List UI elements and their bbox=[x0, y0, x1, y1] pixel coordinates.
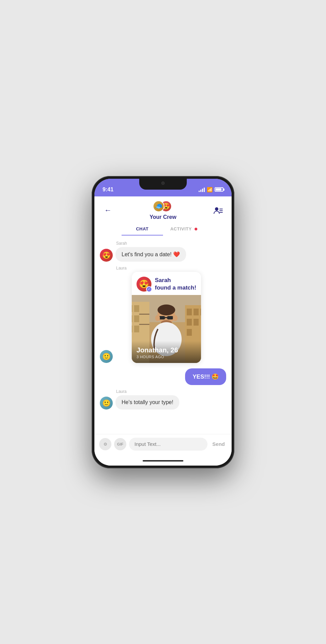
status-icons: 📶 bbox=[199, 187, 223, 192]
crew-avatars: 🧢 😍 bbox=[153, 201, 173, 213]
avatar-laura-2: 🙂 bbox=[100, 397, 113, 410]
wifi-icon: 📶 bbox=[207, 187, 213, 192]
svg-rect-12 bbox=[134, 315, 139, 322]
sender-name-laura-1: Laura bbox=[116, 266, 226, 271]
svg-point-32 bbox=[158, 304, 175, 315]
svg-rect-28 bbox=[165, 317, 167, 318]
message-row-match: 🙂 😍 ✓ Sarahf bbox=[100, 272, 226, 363]
back-arrow-icon: ← bbox=[104, 206, 112, 215]
svg-point-0 bbox=[215, 207, 218, 211]
message-row-sarah: 😍 Let's find you a date! ❤️ bbox=[100, 247, 226, 262]
svg-rect-23 bbox=[194, 319, 199, 326]
camera-notch bbox=[161, 181, 165, 185]
crew-title: Your Crew bbox=[150, 214, 177, 220]
phone-frame: 9:41 📶 ← bbox=[92, 176, 234, 468]
status-time: 9:41 bbox=[103, 187, 113, 193]
tab-chat[interactable]: CHAT bbox=[122, 223, 163, 236]
svg-point-33 bbox=[155, 315, 160, 321]
battery-icon bbox=[215, 187, 223, 192]
svg-rect-11 bbox=[132, 315, 132, 322]
match-photo: Jonathan, 26 3 HOURS AGO bbox=[132, 295, 201, 363]
message-group-sarah: Sarah 😍 Let's find you a date! ❤️ bbox=[100, 241, 226, 262]
message-group-me: YES!!! 🤩 bbox=[100, 368, 226, 385]
avatar-crew-1: 🧢 bbox=[153, 201, 164, 212]
tab-activity[interactable]: ACTIVITY bbox=[163, 223, 204, 236]
svg-rect-22 bbox=[187, 319, 192, 326]
message-row-laura: 🙂 He's totally your type! bbox=[100, 395, 226, 410]
chat-area: Sarah 😍 Let's find you a date! ❤️ Laura bbox=[94, 236, 232, 434]
svg-rect-9 bbox=[134, 305, 139, 312]
home-bar bbox=[143, 460, 183, 462]
avatar-laura-1: 🙂 bbox=[100, 350, 113, 363]
svg-rect-21 bbox=[200, 309, 201, 315]
match-overlay: Jonathan, 26 3 HOURS AGO bbox=[132, 341, 201, 363]
signal-icon bbox=[199, 187, 205, 192]
match-avatar-wrap: 😍 ✓ bbox=[137, 277, 151, 292]
home-indicator bbox=[94, 456, 232, 466]
activity-dot bbox=[195, 228, 197, 230]
svg-rect-20 bbox=[194, 309, 199, 315]
svg-point-34 bbox=[173, 315, 178, 321]
notch bbox=[139, 179, 187, 190]
crew-header: 🧢 😍 Your Crew bbox=[150, 201, 177, 220]
match-person-name: Jonathan, 26 bbox=[137, 346, 196, 354]
svg-rect-14 bbox=[132, 326, 132, 332]
status-bar: 9:41 📶 bbox=[94, 179, 232, 196]
bubble-sarah: Let's find you a date! ❤️ bbox=[115, 247, 186, 262]
camera-button[interactable]: ⊙ bbox=[99, 438, 111, 450]
message-input[interactable] bbox=[129, 438, 207, 451]
back-button[interactable]: ← bbox=[101, 204, 115, 217]
match-card[interactable]: 😍 ✓ Sarahfound a match! bbox=[132, 272, 201, 363]
bubble-laura: He's totally your type! bbox=[115, 395, 179, 410]
input-bar: ⊙ GIF Send bbox=[94, 434, 232, 456]
bubble-me: YES!!! 🤩 bbox=[185, 368, 226, 385]
match-found-text: Sarahfound a match! bbox=[155, 277, 196, 292]
svg-rect-16 bbox=[139, 314, 149, 315]
avatar-sarah: 😍 bbox=[100, 249, 113, 262]
svg-rect-27 bbox=[167, 316, 173, 319]
svg-rect-17 bbox=[139, 324, 149, 325]
sender-name-laura-2: Laura bbox=[116, 389, 226, 394]
screen: 9:41 📶 ← bbox=[94, 179, 232, 466]
sender-name-sarah: Sarah bbox=[116, 241, 226, 246]
send-button[interactable]: Send bbox=[210, 441, 227, 447]
contacts-icon-button[interactable] bbox=[211, 204, 225, 217]
svg-rect-15 bbox=[134, 326, 139, 332]
gif-button[interactable]: GIF bbox=[114, 438, 126, 450]
nav-header: ← 🧢 😍 Your Crew bbox=[94, 196, 232, 220]
gif-label: GIF bbox=[117, 442, 123, 446]
svg-rect-8 bbox=[132, 305, 132, 312]
match-time: 3 HOURS AGO bbox=[137, 355, 196, 359]
tabs: CHAT ACTIVITY bbox=[94, 223, 232, 236]
svg-rect-19 bbox=[187, 309, 192, 315]
message-group-match: Laura 🙂 😍 ✓ bbox=[100, 266, 226, 363]
match-card-header: 😍 ✓ Sarahfound a match! bbox=[132, 272, 201, 295]
match-check-icon: ✓ bbox=[146, 286, 152, 292]
message-group-laura: Laura 🙂 He's totally your type! bbox=[100, 389, 226, 410]
contacts-icon bbox=[213, 206, 223, 214]
camera-icon: ⊙ bbox=[104, 442, 107, 447]
svg-rect-24 bbox=[187, 329, 192, 336]
